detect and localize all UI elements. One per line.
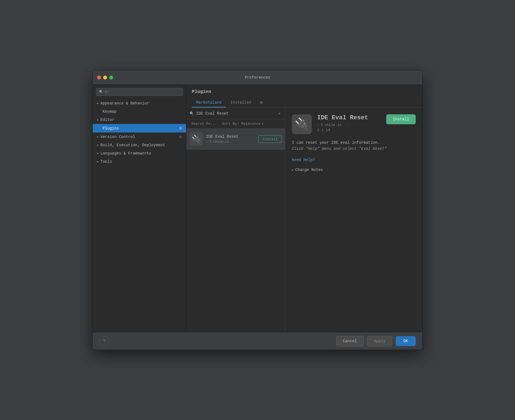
close-button[interactable] [97,76,101,79]
filter-bar: Search Re... Sort By: Relevance ▾ [186,119,285,129]
plugin-author: zhile.io [213,140,229,144]
search-icon: 🔍 [190,111,194,116]
sort-dropdown[interactable]: Sort By: Relevance ▾ [222,122,264,126]
change-notes-label: Change Notes [295,168,323,172]
sidebar-item-languages[interactable]: ▶ Languages & Frameworks [93,149,186,158]
detail-panel: 🔌 IDE Eval Reset ☆ 5 zhile.io 2.1.14 Ins… [285,108,422,332]
sidebar-search-input[interactable] [105,90,180,94]
star-icon: ☆ [317,123,319,127]
sidebar-item-label: Tools [100,159,112,164]
clear-search-icon[interactable]: ✕ [277,110,282,116]
rating-value: 5 [321,123,323,127]
search-results-filter[interactable]: Search Re... [190,121,219,127]
install-button-small[interactable]: Install [258,136,282,143]
nav-items: ▶ Appearance & Behavior Keymap ▶ Editor … [93,99,186,329]
plugins-header: Plugins Marketplace Marketplace Installe… [186,85,422,108]
description-line2: Click "Help" menu and select "Eval Reset… [292,147,387,151]
chevron-down-icon: ▾ [262,122,264,126]
apply-button[interactable]: Apply [367,336,392,346]
list-item[interactable]: 🔌 IDE Eval Reset ☆ 5 zhile.io Instal [186,129,285,150]
preferences-window: Preferences 🔍 ▶ Appearance & Behavior Ke… [92,70,423,350]
sidebar-search[interactable]: 🔍 [96,88,183,96]
sidebar-item-label: Editor [100,118,114,122]
cancel-button[interactable]: Cancel [336,336,364,346]
gear-icon[interactable]: ⚙ [258,98,265,107]
sidebar-item-label: Build, Execution, Deployment [100,143,165,147]
sidebar-item-build[interactable]: ▶ Build, Execution, Deployment [93,141,186,149]
split-panel: 🔍 ✕ Search Re... Sort By: Relevance ▾ [186,108,422,332]
chevron-icon: ▶ [97,135,99,139]
detail-version: 2.1.14 [317,128,381,132]
chevron-icon: ▶ [97,160,99,163]
need-help-link[interactable]: Need Help? [292,158,315,162]
description-line1: I can reset your IDE eval information. [292,140,380,145]
database-icon: ⊟ [179,134,182,139]
sidebar-item-appearance[interactable]: ▶ Appearance & Behavior [93,99,186,107]
main-layout: 🔍 ▶ Appearance & Behavior Keymap ▶ Edito… [93,85,422,332]
chevron-icon: ▶ [97,143,99,147]
footer: ? Cancel Apply OK [93,332,422,350]
traffic-lights [97,76,113,79]
detail-title-area: IDE Eval Reset ☆ 5 zhile.io 2.1.14 [317,114,381,132]
chevron-icon: ▶ [97,102,99,105]
content-area: Plugins Marketplace Marketplace Installe… [186,85,422,332]
sidebar-item-version-control[interactable]: ▶ Version Control ⊟ [93,132,186,141]
minimize-button[interactable] [103,76,107,79]
plugin-rating: 5 [210,140,212,144]
help-button[interactable]: ? [99,336,109,346]
sidebar-item-label: Version Control [100,135,135,139]
tab-bar: Marketplace Marketplace Installed ⚙ [192,98,417,107]
plug-icon: 🔌 [191,134,201,144]
title-bar: Preferences [93,70,422,85]
plugin-list: 🔌 IDE Eval Reset ☆ 5 zhile.io Instal [186,129,285,332]
tab-marketplace-active[interactable]: Marketplace [192,98,226,107]
detail-plugin-name: IDE Eval Reset [317,114,381,121]
plugin-meta: ☆ 5 zhile.io [206,140,255,144]
window-title: Preferences [245,75,270,80]
grid-icon: ⊞ [179,126,182,131]
sidebar-item-tools[interactable]: ▶ Tools [93,158,186,166]
plug-icon-large: 🔌 [295,117,309,131]
sidebar-item-plugins[interactable]: Plugins ⊞ [93,124,186,132]
chevron-icon: ▶ [97,152,99,155]
sidebar-item-editor[interactable]: ▶ Editor [93,116,186,124]
detail-rating: ☆ 5 zhile.io [317,123,381,127]
change-notes-section[interactable]: ▶ Change Notes [292,168,416,172]
plugin-icon: 🔌 [190,132,203,146]
author-value: zhile.io [324,123,341,127]
sidebar-item-label: Appearance & Behavior [100,101,149,106]
search-icon: 🔍 [99,90,103,94]
marketplace-search-input[interactable] [196,111,275,116]
marketplace-search-bar[interactable]: 🔍 ✕ [186,108,285,119]
ok-button[interactable]: OK [396,336,416,346]
install-button-large[interactable]: Install [386,114,416,124]
chevron-icon: ▶ [97,118,99,121]
plugins-title: Plugins [192,89,417,94]
search-panel: 🔍 ✕ Search Re... Sort By: Relevance ▾ [186,108,285,332]
detail-plugin-icon: 🔌 [292,114,312,134]
detail-description: I can reset your IDE eval information. C… [292,140,416,152]
maximize-button[interactable] [109,76,113,79]
sidebar: 🔍 ▶ Appearance & Behavior Keymap ▶ Edito… [93,85,186,332]
chevron-right-icon: ▶ [292,168,294,172]
sidebar-item-label: Keymap [103,109,116,114]
sidebar-item-label: Languages & Frameworks [100,151,151,156]
star-icon: ☆ [206,140,208,144]
detail-header: 🔌 IDE Eval Reset ☆ 5 zhile.io 2.1.14 Ins… [292,114,416,134]
sort-label: Sort By: Relevance [222,122,261,126]
tab-installed[interactable]: Installed [226,98,256,107]
sidebar-item-label: Plugins [103,126,119,131]
plugin-info: IDE Eval Reset ☆ 5 zhile.io [206,134,255,144]
sidebar-item-keymap[interactable]: Keymap [93,107,186,116]
plugin-name: IDE Eval Reset [206,134,255,139]
